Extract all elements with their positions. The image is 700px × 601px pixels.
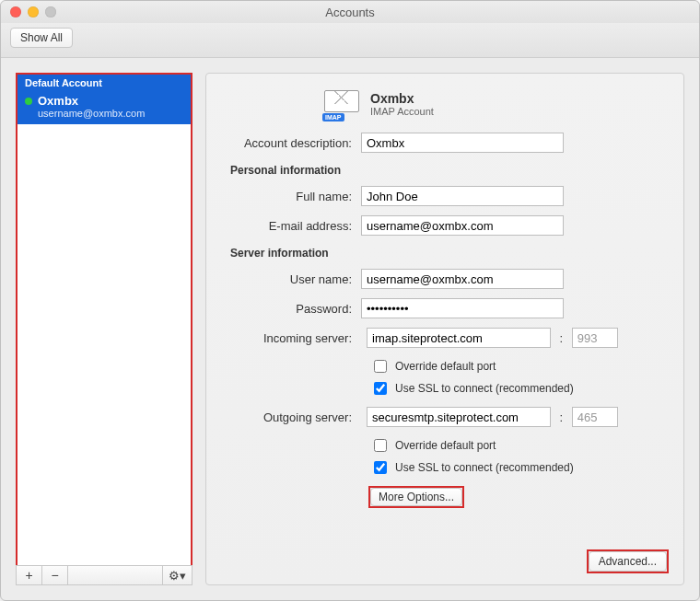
incoming-use-ssl[interactable]: Use SSL to connect (recommended) xyxy=(370,379,667,398)
zoom-icon[interactable] xyxy=(45,6,56,17)
sidebar-account-email: username@oxmbx.com xyxy=(38,108,183,119)
server-section-title: Server information xyxy=(230,247,667,260)
use-ssl-label: Use SSL to connect (recommended) xyxy=(395,382,574,395)
accounts-window: Accounts Show All Default Account Oxmbx … xyxy=(0,0,700,601)
accounts-list[interactable]: Default Account Oxmbx username@oxmbx.com xyxy=(16,73,192,565)
incoming-server-input[interactable] xyxy=(367,328,551,348)
window-title: Accounts xyxy=(1,6,699,19)
status-dot-icon xyxy=(25,98,32,105)
sidebar-account-name: Oxmbx xyxy=(38,94,78,108)
description-label: Account description: xyxy=(223,136,361,150)
full-name-input[interactable] xyxy=(361,186,564,206)
content: Default Account Oxmbx username@oxmbx.com… xyxy=(1,58,699,600)
override-port-label: Override default port xyxy=(395,439,496,452)
sidebar-account-item[interactable]: Oxmbx username@oxmbx.com xyxy=(18,91,191,124)
sidebar-gear-button[interactable]: ⚙︎▾ xyxy=(162,566,192,584)
account-detail-panel: IMAP Oxmbx IMAP Account Account descript… xyxy=(205,73,684,585)
add-account-button[interactable]: + xyxy=(17,566,42,584)
minus-icon: − xyxy=(51,568,58,583)
incoming-port-input xyxy=(572,328,618,348)
description-input[interactable] xyxy=(361,133,564,153)
user-name-input[interactable] xyxy=(361,269,564,289)
personal-section-title: Personal information xyxy=(230,164,667,177)
titlebar: Accounts xyxy=(1,1,699,23)
use-ssl-label: Use SSL to connect (recommended) xyxy=(395,461,574,474)
user-name-label: User name: xyxy=(223,272,361,286)
email-label: E-mail address: xyxy=(223,219,361,233)
outgoing-server-label: Outgoing server: xyxy=(223,410,361,424)
imap-envelope-icon: IMAP xyxy=(324,90,359,118)
sidebar: Default Account Oxmbx username@oxmbx.com… xyxy=(16,73,192,585)
close-icon[interactable] xyxy=(10,6,21,17)
outgoing-server-input[interactable] xyxy=(367,407,551,427)
toolbar: Show All xyxy=(1,23,699,58)
advanced-button[interactable]: Advanced... xyxy=(589,551,667,572)
port-separator: : xyxy=(556,410,566,424)
password-label: Password: xyxy=(223,302,361,316)
incoming-override-port[interactable]: Override default port xyxy=(370,357,667,376)
outgoing-ssl-checkbox[interactable] xyxy=(374,461,387,474)
account-header: IMAP Oxmbx IMAP Account xyxy=(324,90,667,118)
incoming-server-label: Incoming server: xyxy=(223,331,361,345)
outgoing-override-checkbox[interactable] xyxy=(374,439,387,452)
sidebar-section-header: Default Account xyxy=(18,75,191,91)
incoming-ssl-checkbox[interactable] xyxy=(374,382,387,395)
gear-icon: ⚙︎▾ xyxy=(169,569,186,583)
outgoing-port-input xyxy=(572,407,618,427)
traffic-lights xyxy=(10,6,56,17)
minimize-icon[interactable] xyxy=(28,6,39,17)
incoming-options: Override default port Use SSL to connect… xyxy=(370,357,667,398)
outgoing-override-port[interactable]: Override default port xyxy=(370,436,667,455)
email-input[interactable] xyxy=(361,215,564,236)
more-options-button[interactable]: More Options... xyxy=(370,488,462,506)
full-name-label: Full name: xyxy=(223,190,361,203)
sidebar-bottom-toolbar: + − ⚙︎▾ xyxy=(16,565,192,585)
override-port-label: Override default port xyxy=(395,360,496,373)
advanced-highlight: Advanced... xyxy=(589,551,667,572)
plus-icon: + xyxy=(25,568,32,583)
password-input[interactable] xyxy=(361,298,564,318)
show-all-button[interactable]: Show All xyxy=(10,28,73,48)
outgoing-options: Override default port Use SSL to connect… xyxy=(370,436,667,477)
account-title: Oxmbx xyxy=(370,91,434,106)
port-separator: : xyxy=(556,331,566,345)
incoming-override-checkbox[interactable] xyxy=(374,360,387,373)
account-subtitle: IMAP Account xyxy=(370,106,434,117)
imap-tag: IMAP xyxy=(322,113,344,121)
remove-account-button[interactable]: − xyxy=(42,566,68,584)
spacer xyxy=(68,566,162,584)
outgoing-use-ssl[interactable]: Use SSL to connect (recommended) xyxy=(370,458,667,477)
more-options-highlight: More Options... xyxy=(370,488,462,506)
